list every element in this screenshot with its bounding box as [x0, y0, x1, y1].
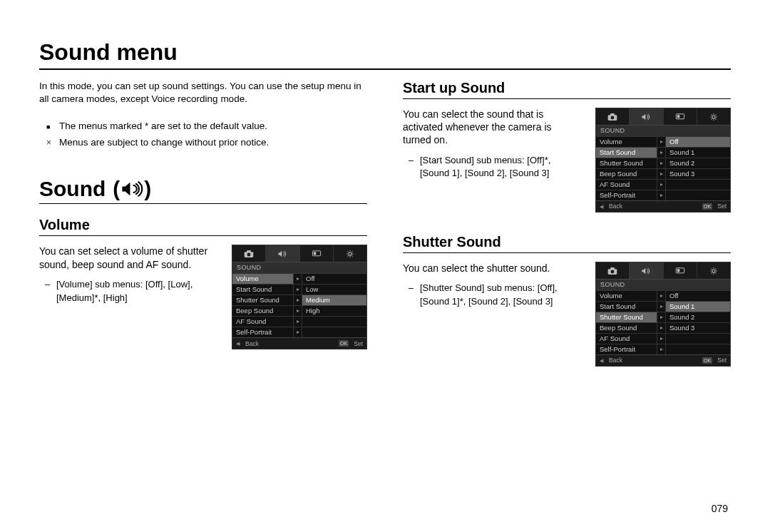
menu-row-label: Self-Portrait [596, 190, 657, 200]
menu-row-label: AF Sound [232, 317, 294, 327]
svg-rect-4 [313, 252, 316, 255]
shutter-menu-screenshot: SOUND Volume Off Start Sound Sound 1 Shu… [595, 262, 731, 367]
menu-row: Beep Sound High [232, 305, 366, 316]
menu-row-option: Off [666, 137, 730, 147]
note-default-marker: The menus marked * are set to the defaul… [46, 118, 367, 135]
set-hint: Set [702, 357, 727, 364]
set-hint: Set [339, 340, 363, 347]
menu-row-option: Low [302, 285, 366, 295]
shutter-desc: You can select the shutter sound. [403, 262, 582, 275]
menu-row-label: Beep Sound [596, 323, 657, 333]
svg-rect-32 [677, 269, 679, 272]
submenu-arrow-icon [657, 158, 666, 168]
menu-row-option: Medium [302, 295, 366, 305]
svg-point-33 [712, 269, 715, 272]
submenu-arrow-icon [657, 302, 666, 312]
svg-line-41 [711, 272, 712, 273]
menu-row: Start Sound Sound 1 [596, 147, 730, 158]
menu-row-option [666, 334, 730, 344]
svg-line-38 [711, 268, 712, 269]
submenu-arrow-icon [657, 323, 666, 333]
menu-row: AF Sound [596, 333, 730, 344]
back-hint: Back [236, 341, 259, 347]
menu-row-label: Beep Sound [596, 169, 657, 179]
notes-list: The menus marked * are set to the defaul… [46, 118, 367, 151]
menu-row-option: Off [666, 291, 730, 301]
svg-line-10 [347, 251, 348, 252]
svg-point-19 [712, 115, 715, 118]
svg-line-40 [715, 268, 716, 269]
startup-menu-screenshot: SOUND Volume Off Start Sound Sound 1 Shu… [595, 108, 731, 213]
svg-line-11 [351, 255, 352, 256]
shutter-heading: Shutter Sound [403, 234, 731, 253]
menu-section-label: SOUND [596, 126, 730, 136]
menu-row-label: Self-Portrait [596, 344, 657, 354]
submenu-arrow-icon [657, 312, 666, 322]
submenu-arrow-icon [657, 148, 666, 158]
menu-row-option: Sound 3 [666, 323, 730, 333]
menu-row-option: High [302, 306, 366, 316]
sound-section-heading: Sound ( ) [39, 177, 367, 204]
tab-setup-icon [334, 245, 366, 262]
submenu-arrow-icon [294, 274, 302, 284]
submenu-arrow-icon [657, 180, 666, 190]
submenu-arrow-icon [294, 317, 302, 327]
svg-point-2 [247, 252, 251, 256]
menu-row-option: Sound 1 [666, 148, 730, 158]
menu-row-label: AF Sound [596, 334, 657, 344]
svg-point-5 [349, 252, 351, 255]
submenu-arrow-icon [294, 285, 302, 295]
svg-rect-18 [677, 115, 679, 118]
submenu-arrow-icon [657, 334, 666, 344]
menu-row-label: Volume [596, 137, 657, 147]
menu-row-option [302, 317, 366, 327]
menu-row-option: Sound 3 [666, 169, 730, 179]
submenu-arrow-icon [294, 295, 302, 305]
menu-row: Volume Off [596, 136, 730, 147]
menu-row-option: Off [302, 274, 366, 284]
menu-row-option [666, 344, 730, 354]
right-column: Start up Sound You can select the sound … [403, 80, 731, 503]
menu-section-label: SOUND [232, 262, 366, 273]
menu-section-label: SOUND [596, 280, 730, 290]
submenu-arrow-icon [657, 137, 666, 147]
menu-row-label: AF Sound [596, 180, 657, 190]
menu-row-label: Start Sound [596, 148, 657, 158]
menu-row-option: Sound 2 [666, 312, 730, 322]
menu-row: AF Sound [596, 179, 730, 190]
tab-sound-icon [266, 245, 299, 262]
menu-row-label: Shutter Sound [596, 312, 657, 322]
menu-row: Self-Portrait [232, 327, 366, 337]
tab-display-icon [664, 262, 697, 279]
page-number: 079 [39, 503, 731, 514]
menu-row-option: Sound 1 [666, 302, 730, 312]
startup-desc: You can select the sound that is activat… [403, 108, 582, 147]
svg-line-39 [715, 272, 716, 273]
submenu-arrow-icon [294, 306, 302, 316]
volume-heading: Volume [39, 217, 367, 236]
menu-row: Beep Sound Sound 3 [596, 168, 730, 179]
svg-line-26 [715, 114, 716, 115]
tab-camera-icon [232, 245, 266, 262]
menu-row-label: Self-Portrait [232, 327, 294, 337]
volume-menu-screenshot: SOUND Volume Off Start Sound Low Shutter… [232, 245, 367, 349]
intro-text: In this mode, you can set up sound setti… [39, 80, 367, 106]
back-hint: Back [600, 357, 622, 364]
tab-sound-icon [630, 262, 663, 279]
menu-row-label: Shutter Sound [596, 158, 657, 168]
menu-row-label: Volume [596, 291, 657, 301]
tab-display-icon [664, 108, 697, 125]
volume-submenu-text: [Volume] sub menus: [Off], [Low], [Mediu… [45, 278, 219, 305]
svg-rect-15 [610, 113, 615, 116]
svg-rect-29 [610, 267, 615, 270]
menu-row-option [666, 190, 730, 200]
menu-row: Shutter Sound Sound 2 [596, 158, 730, 168]
menu-row: Self-Portrait [596, 190, 730, 200]
set-hint: Set [702, 203, 727, 210]
svg-point-16 [611, 116, 615, 119]
submenu-arrow-icon [657, 291, 666, 301]
menu-row-label: Start Sound [596, 302, 657, 312]
startup-submenu-text: [Start Sound] sub menus: [Off]*, [Sound … [409, 154, 582, 181]
tab-setup-icon [697, 262, 730, 279]
menu-row: Shutter Sound Medium [232, 295, 366, 305]
